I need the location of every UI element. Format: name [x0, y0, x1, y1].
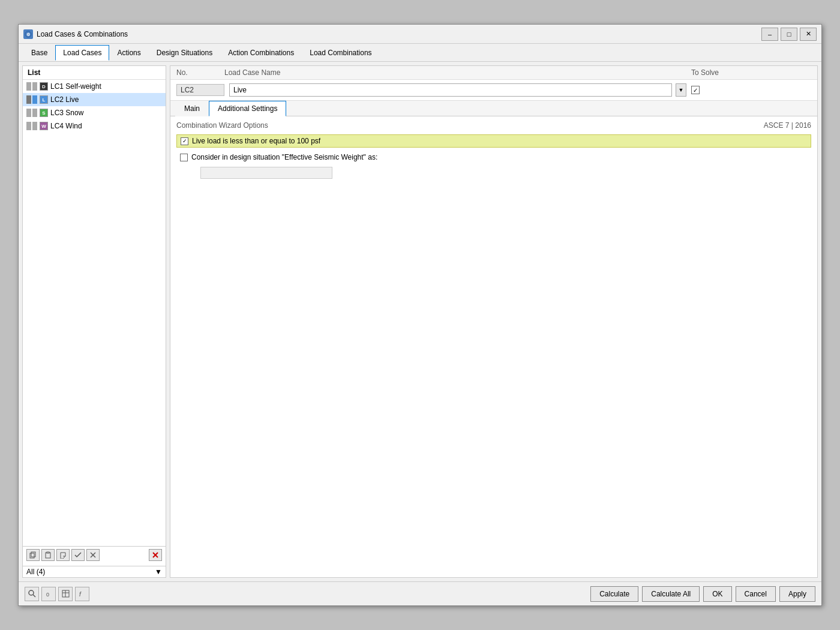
bottom-bar: 0 f Calculate Calculate All OK Cancel Ap… [19, 581, 821, 605]
item-indicators [26, 109, 37, 117]
main-window: ⚙ Load Cases & Combinations – □ ✕ Base L… [18, 24, 822, 606]
window-title: Load Cases & Combinations [37, 30, 761, 38]
type-badge: S [40, 109, 48, 117]
option-live-load: Live load is less than or equal to 100 p… [176, 134, 811, 148]
tab-actions[interactable]: Actions [109, 45, 148, 61]
item-indicators [26, 122, 37, 130]
section-title: Combination Wizard Options [176, 121, 268, 130]
copy-button[interactable] [26, 549, 40, 561]
tab-main[interactable]: Main [175, 101, 209, 116]
sub-tab-row: Main Additional Settings [170, 101, 817, 116]
close-button[interactable]: ✕ [800, 28, 817, 41]
to-solve-checkbox[interactable] [691, 86, 700, 94]
list-item[interactable]: D LC1 Self-weight [23, 80, 166, 93]
search-tool-button[interactable] [25, 587, 39, 601]
live-load-label: Live load is less than or equal to 100 p… [192, 137, 320, 145]
tab-additional-settings[interactable]: Additional Settings [209, 101, 286, 116]
seismic-weight-label: Consider in design situation "Effective … [191, 153, 377, 161]
window-controls: – □ ✕ [761, 28, 817, 41]
list-item[interactable]: L LC2 Live [23, 93, 166, 106]
name-column-header: Load Case Name [224, 68, 691, 77]
menu-bar: Base Load Cases Actions Design Situation… [19, 44, 821, 62]
svg-rect-3 [31, 552, 35, 557]
ok-button[interactable]: OK [703, 586, 731, 602]
field-row: LC2 ▼ [170, 80, 817, 101]
item-label: LC1 Self-weight [50, 82, 101, 91]
seismic-dropdown[interactable] [200, 167, 332, 179]
tab-load-cases[interactable]: Load Cases [55, 45, 109, 61]
all-label: All (4) [26, 568, 45, 576]
no-column-header: No. [176, 68, 224, 77]
settings-content: Combination Wizard Options ASCE 7 | 2016… [170, 116, 817, 577]
export-button[interactable] [56, 549, 70, 561]
load-case-name-input[interactable] [229, 83, 672, 97]
dropdown-arrow-icon[interactable]: ▼ [155, 568, 162, 576]
tab-base[interactable]: Base [23, 45, 55, 61]
list-items: D LC1 Self-weight L LC2 Live [23, 80, 166, 546]
bottom-tools: 0 f [25, 587, 588, 601]
title-bar: ⚙ Load Cases & Combinations – □ ✕ [19, 25, 821, 44]
svg-text:⚙: ⚙ [26, 32, 30, 37]
svg-rect-2 [30, 553, 34, 558]
check-all-button[interactable] [71, 549, 85, 561]
indicator-2 [32, 122, 37, 130]
lc-number: LC2 [176, 84, 224, 96]
calculate-button[interactable]: Calculate [590, 586, 638, 602]
action-buttons: Calculate Calculate All OK Cancel Apply [590, 586, 815, 602]
item-label: LC2 Live [50, 95, 79, 104]
svg-point-10 [29, 590, 34, 595]
item-label: LC4 Wind [50, 122, 82, 130]
indicator-1 [26, 95, 31, 104]
apply-button[interactable]: Apply [779, 586, 815, 602]
list-header: List [23, 66, 166, 80]
item-label: LC3 Snow [50, 109, 83, 117]
all-dropdown: All (4) ▼ [23, 566, 166, 577]
list-toolbar [23, 546, 166, 563]
option-seismic-weight: Consider in design situation "Effective … [176, 151, 811, 163]
svg-text:0: 0 [46, 592, 49, 598]
indicator-1 [26, 82, 31, 91]
tab-design-situations[interactable]: Design Situations [149, 45, 220, 61]
number-tool-button[interactable]: 0 [41, 587, 56, 601]
svg-rect-5 [47, 552, 49, 553]
right-panel: No. Load Case Name To Solve LC2 ▼ Main A… [170, 65, 818, 578]
tab-action-combinations[interactable]: Action Combinations [220, 45, 302, 61]
calculate-all-button[interactable]: Calculate All [642, 586, 700, 602]
svg-line-11 [33, 595, 35, 597]
list-item[interactable]: W LC4 Wind [23, 119, 166, 133]
item-indicators [26, 95, 37, 104]
type-badge: W [40, 122, 48, 130]
name-dropdown-button[interactable]: ▼ [676, 83, 686, 97]
seismic-weight-checkbox[interactable] [180, 154, 188, 161]
indicator-2 [32, 109, 37, 117]
window-icon: ⚙ [23, 29, 33, 39]
maximize-button[interactable]: □ [781, 28, 797, 41]
paste-button[interactable] [41, 549, 55, 561]
content-area: List D LC1 Self-weight [19, 62, 821, 581]
tab-load-combinations[interactable]: Load Combinations [302, 45, 379, 61]
list-item[interactable]: S LC3 Snow [23, 106, 166, 119]
table-tool-button[interactable] [58, 587, 73, 601]
left-panel: List D LC1 Self-weight [22, 65, 166, 578]
indicator-2 [32, 95, 37, 104]
formula-tool-button[interactable]: f [75, 587, 89, 601]
indicator-2 [32, 82, 37, 91]
section-version: ASCE 7 | 2016 [764, 121, 811, 130]
section-header: Combination Wizard Options ASCE 7 | 2016 [176, 121, 811, 130]
indicator-1 [26, 109, 31, 117]
item-indicators [26, 82, 37, 91]
svg-text:f: f [79, 591, 82, 598]
delete-button[interactable] [149, 549, 162, 561]
live-load-checkbox[interactable] [181, 137, 188, 145]
minimize-button[interactable]: – [761, 28, 778, 41]
type-badge: D [40, 82, 48, 91]
column-headers: No. Load Case Name To Solve [170, 66, 817, 80]
type-badge: L [40, 95, 48, 104]
seismic-dropdown-row [176, 167, 811, 179]
indicator-1 [26, 122, 31, 130]
cancel-button[interactable]: Cancel [736, 586, 776, 602]
solve-column-header: To Solve [691, 68, 811, 77]
name-field-container: ▼ [229, 83, 686, 97]
to-solve-area [691, 86, 811, 94]
uncheck-all-button[interactable] [86, 549, 100, 561]
